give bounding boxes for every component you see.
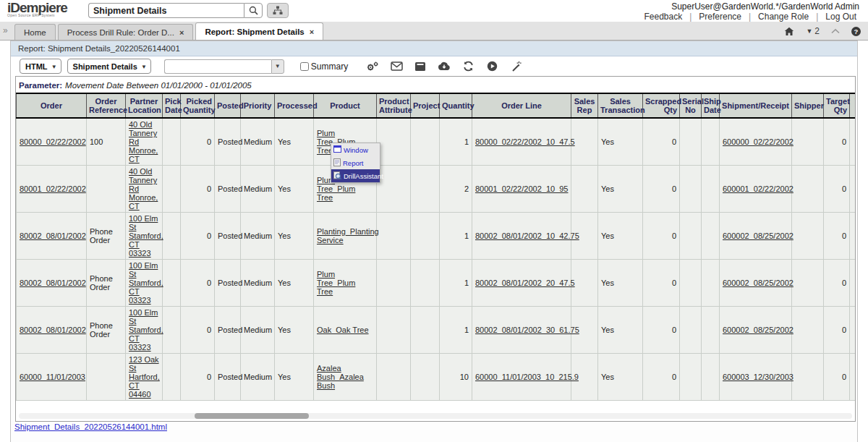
- shipment_receipt-link[interactable]: 600002_08/25/2002: [723, 279, 793, 287]
- home-icon[interactable]: [784, 27, 794, 36]
- tab-home[interactable]: Home: [14, 24, 56, 40]
- header-link-change-role[interactable]: Change Role: [755, 12, 812, 22]
- order_line-link[interactable]: 80000_02/22/2002_10_47.5: [475, 137, 575, 146]
- report-table-wrap: OrderOrder ReferencePartner LocationPick…: [16, 93, 855, 401]
- order_line-link[interactable]: 80002_08/01/2002_10_42.75: [475, 231, 579, 240]
- cell-scrapped_qty: 0: [643, 354, 680, 401]
- cell-order_line: 80002_08/01/2002_20_47.5: [472, 260, 571, 307]
- product-link[interactable]: Planting_Planting Service: [317, 227, 379, 245]
- table-row: 80002_08/01/2002Phone Order100 Elm St St…: [17, 213, 856, 260]
- partner_location-link[interactable]: 40 Old Tannery Rd Monroe, CT: [129, 167, 158, 211]
- close-icon[interactable]: ×: [179, 28, 184, 37]
- partner_location-link[interactable]: 123 Oak St Hartford, CT 04460: [129, 355, 160, 399]
- product-link[interactable]: Oak_Oak Tree: [317, 326, 369, 334]
- report-file-link[interactable]: Shipment_Details_20220526144001.html: [14, 422, 167, 431]
- menu-item-window[interactable]: Window: [331, 143, 380, 156]
- order-link[interactable]: 80001_02/22/2002: [20, 184, 86, 193]
- cell-ship_date: [702, 354, 720, 401]
- combo-dropdown-icon[interactable]: ▼: [271, 59, 284, 74]
- order_line-link[interactable]: 80002_08/01/2002_20_47.5: [475, 279, 575, 287]
- cell-order_reference: 100: [87, 118, 126, 166]
- cell-shipment_receipt: 600002_08/25/2002: [720, 260, 792, 307]
- cell-scrapped_qty: 0: [643, 118, 680, 166]
- shipment_receipt-link[interactable]: 600001_02/22/2002: [723, 184, 793, 193]
- cell-picked_quantity: 0: [181, 307, 215, 354]
- order-link[interactable]: 60000_11/01/2003: [20, 373, 85, 381]
- close-icon[interactable]: ×: [310, 27, 314, 36]
- cell-shipment_receipt: 600003_12/30/2003: [720, 354, 792, 401]
- product-link[interactable]: Plum Tree_Plum Tree: [317, 270, 355, 296]
- archive-button[interactable]: [412, 59, 429, 75]
- order_line-link[interactable]: 60000_11/01/2003_10_215.9: [475, 373, 579, 381]
- order_line-link[interactable]: 80002_08/01/2002_30_61.75: [475, 326, 579, 334]
- cell-order_reference: Phone Order: [87, 213, 126, 260]
- collapse-header-icon[interactable]: [831, 28, 840, 34]
- shipment_receipt-link[interactable]: 600002_08/25/2002: [723, 326, 793, 334]
- run-report-button[interactable]: [483, 59, 501, 75]
- cell-order_reference: Phone Order: [87, 307, 126, 354]
- cell-order_line: 80002_08/01/2002_10_42.75: [472, 213, 571, 260]
- cell-priority: Medium: [241, 307, 275, 354]
- order-link[interactable]: 80000_02/22/2002: [20, 137, 86, 146]
- shipment_receipt-link[interactable]: 600002_08/25/2002: [723, 231, 793, 240]
- cell-priority: Medium: [241, 118, 275, 166]
- cell-picked_quantity: 0: [181, 354, 215, 401]
- header-link-preference[interactable]: Preference: [696, 12, 744, 22]
- tab-report-shipment-details[interactable]: Report: Shipment Details×: [195, 22, 323, 40]
- window-list-dropdown[interactable]: ▼ 2: [806, 26, 820, 36]
- process-parameter-button[interactable]: [364, 59, 381, 75]
- order-link[interactable]: 80002_08/01/2002: [20, 231, 86, 240]
- cell-sales_rep: [571, 166, 598, 213]
- expand-tabs-icon[interactable]: »: [3, 25, 8, 35]
- order_line-link[interactable]: 80001_02/22/2002_10_95: [475, 184, 568, 193]
- partner_location-link[interactable]: 100 Elm St Stamford, CT 03323: [129, 261, 163, 305]
- cell-shipper: [792, 354, 824, 401]
- horizontal-scrollbar[interactable]: [19, 413, 852, 419]
- report-view-select[interactable]: Shipment Details ▼: [67, 59, 151, 74]
- summary-toggle[interactable]: Summary: [300, 61, 348, 72]
- order-link[interactable]: 80002_08/01/2002: [20, 326, 86, 334]
- menu-item-report[interactable]: Report: [331, 156, 380, 169]
- search-input[interactable]: [88, 3, 244, 18]
- header-link-feedback[interactable]: Feedback: [641, 12, 685, 22]
- header-link-log-out[interactable]: Log Out: [822, 12, 859, 22]
- cell-shipper: [792, 307, 824, 354]
- partner_location-link[interactable]: 40 Old Tannery Rd Monroe, CT: [129, 120, 158, 163]
- cell-serial_no: [680, 354, 702, 401]
- send-mail-button[interactable]: [388, 59, 405, 75]
- table-row: 80001_02/22/200240 Old Tannery Rd Monroe…: [17, 166, 856, 213]
- refresh-button[interactable]: [459, 59, 477, 75]
- cell-order_reference: [87, 166, 126, 213]
- cell-picked_quantity: 0: [181, 213, 215, 260]
- partner_location-link[interactable]: 100 Elm St Stamford, CT 03323: [129, 308, 163, 352]
- partner_location-link[interactable]: 100 Elm St Stamford, CT 03323: [129, 214, 163, 258]
- cell-shipment_receipt: 600000_02/22/2002: [720, 118, 792, 166]
- open-tabs: HomeProcess Drill Rule: Order D...×Repor…: [14, 22, 323, 40]
- format-select[interactable]: HTML ▼: [20, 59, 61, 74]
- scrollbar-thumb[interactable]: [195, 413, 309, 419]
- cell-tracking_no: [850, 260, 856, 307]
- product-link[interactable]: Azalea Bush_Azalea Bush: [317, 364, 364, 390]
- cell-pick_date: [163, 354, 181, 401]
- shipment_receipt-link[interactable]: 600003_12/30/2003: [723, 373, 793, 381]
- cell-shipment_receipt: 600002_08/25/2002: [720, 307, 792, 354]
- help-icon[interactable]: ?: [851, 27, 861, 36]
- customize-report-button[interactable]: [507, 59, 524, 75]
- cell-order: 80001_02/22/2002: [17, 166, 87, 213]
- cell-order_reference: [87, 354, 126, 401]
- export-button[interactable]: [435, 59, 453, 75]
- menu-item-drillassistant[interactable]: DrillAssistant: [331, 169, 380, 182]
- menu-tree-button[interactable]: [267, 3, 289, 18]
- find-input[interactable]: [164, 59, 271, 74]
- cell-pick_date: [163, 213, 181, 260]
- table-row: 80002_08/01/2002Phone Order100 Elm St St…: [17, 260, 856, 307]
- shipment_receipt-link[interactable]: 600000_02/22/2002: [723, 137, 793, 146]
- search-icon[interactable]: [244, 3, 263, 18]
- order-link[interactable]: 80002_08/01/2002: [20, 279, 86, 287]
- cell-project: [411, 213, 440, 260]
- tab-process-drill-rule-order-d[interactable]: Process Drill Rule: Order D...×: [58, 24, 194, 40]
- find-combobox: ▼: [164, 59, 284, 74]
- summary-checkbox[interactable]: [300, 62, 309, 71]
- report-table: OrderOrder ReferencePartner LocationPick…: [16, 93, 855, 401]
- col-header-shipment_receipt: Shipment/Receipt: [720, 93, 792, 118]
